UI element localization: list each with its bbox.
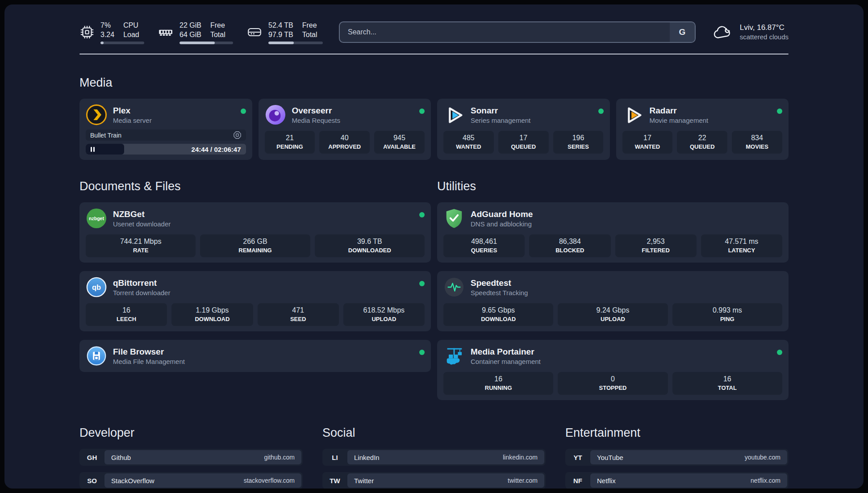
app-title: Sonarr [471, 105, 593, 116]
card-portainer[interactable]: Media Portainer Container management 16 … [437, 340, 789, 400]
link-name: LinkedIn [354, 454, 380, 461]
status-online-dot [419, 350, 425, 355]
card-adguard[interactable]: AdGuard Home DNS and adblocking 498,461 … [437, 202, 789, 263]
status-online-dot [777, 109, 782, 114]
camera-lens-icon[interactable] [233, 131, 242, 139]
link-youtube[interactable]: YT YouTube youtube.com [565, 449, 789, 466]
app-title: Media Portainer [471, 347, 771, 357]
card-sonarr[interactable]: Sonarr Series management 485 WANTED 17 Q… [437, 99, 610, 160]
search-input[interactable] [340, 22, 670, 42]
disk-icon [246, 25, 263, 40]
app-title: NZBGet [113, 209, 413, 219]
section-media: Media Plex Media server [79, 76, 789, 160]
stat-leech: 16 LEECH [86, 303, 167, 326]
link-name: Netflix [597, 477, 616, 485]
link-name: StackOverflow [111, 477, 154, 485]
status-online-dot [419, 281, 425, 286]
link-url: linkedin.com [503, 454, 538, 461]
stat-blocked: 86,384 BLOCKED [529, 234, 610, 257]
app-subtitle: Media server [113, 116, 235, 125]
section-title-entertainment: Entertainment [565, 426, 789, 440]
link-twitter[interactable]: TW Twitter twitter.com [322, 472, 546, 489]
link-abbr: GH [79, 449, 104, 466]
status-online-dot [419, 109, 425, 114]
cpu-values: 7% 3.24 [100, 21, 114, 39]
card-nzbget[interactable]: nzbget NZBGet Usenet downloader 74 [79, 202, 431, 263]
disk-values: 52.4 TB 97.9 TB [268, 21, 293, 39]
section-title-utilities: Utilities [437, 180, 789, 193]
stat-rate: 744.21 Mbps RATE [86, 234, 196, 257]
section-social: Social LI LinkedIn linkedin.com TW Twitt… [322, 426, 546, 489]
link-github[interactable]: GH Github github.com [79, 449, 303, 466]
app-title: qBittorrent [113, 278, 413, 288]
svg-text:nzbget: nzbget [89, 216, 104, 221]
playback-progress-bar[interactable]: 24:44 / 02:06:47 [86, 144, 246, 155]
nzbget-icon: nzbget [86, 208, 107, 229]
stat-running: 16 RUNNING [443, 372, 553, 395]
section-title-media: Media [79, 76, 789, 90]
section-entertainment: Entertainment YT YouTube youtube.com NF … [565, 426, 789, 489]
stat-total: 16 TOTAL [672, 372, 782, 395]
section-title-developer: Developer [79, 426, 303, 440]
card-overseerr[interactable]: Overseerr Media Requests 21 PENDING 40 A… [259, 99, 431, 160]
app-subtitle: DNS and adblocking [471, 220, 782, 228]
link-netflix[interactable]: NF Netflix netflix.com [565, 472, 789, 489]
section-utilities: Utilities [437, 180, 789, 400]
card-filebrowser[interactable]: File Browser Media File Management [79, 340, 431, 372]
now-playing-row: Bullet Train [86, 130, 246, 141]
stat-download: 9.65 Gbps DOWNLOAD [443, 303, 553, 326]
section-developer: Developer GH Github github.com SO StackO… [79, 426, 303, 489]
link-linkedin[interactable]: LI LinkedIn linkedin.com [322, 449, 546, 466]
link-abbr: TW [322, 472, 347, 489]
weather-condition: scattered clouds [740, 33, 789, 42]
stat-wanted: 17 WANTED [622, 131, 673, 154]
playback-elapsed [86, 144, 124, 155]
cloud-icon [712, 23, 733, 42]
stat-pending: 21 PENDING [265, 131, 315, 154]
portainer-icon [443, 345, 465, 367]
link-url: youtube.com [745, 454, 780, 461]
card-speedtest[interactable]: Speedtest Speedtest Tracking 9.65 Gbps D… [437, 271, 789, 331]
system-stats: 7% 3.24 CPU Load [79, 21, 323, 44]
overseerr-icon [265, 104, 286, 125]
link-stackoverflow[interactable]: SO StackOverflow stackoverflow.com [79, 472, 303, 489]
app-title: Plex [113, 105, 235, 116]
card-qbittorrent[interactable]: qb qBittorrent Torrent downloader [79, 271, 431, 331]
svg-text:qb: qb [92, 283, 101, 291]
status-online-dot [598, 109, 604, 114]
app-subtitle: Torrent downloader [113, 288, 413, 297]
stat-queued: 22 QUEUED [677, 131, 727, 154]
stat-filtered: 2,953 FILTERED [615, 234, 697, 257]
app-title: Speedtest [471, 278, 782, 288]
section-title-documents: Documents & Files [79, 180, 431, 193]
weather-widget: Lviv, 16.87°C scattered clouds [712, 23, 789, 42]
cpu-progress-bar [100, 42, 144, 44]
link-url: github.com [264, 454, 295, 461]
header-bar: 7% 3.24 CPU Load [79, 20, 789, 45]
link-name: Twitter [354, 477, 374, 485]
cpu-icon [79, 25, 95, 40]
status-online-dot [419, 212, 425, 217]
disk-labels: Free Total [302, 21, 317, 39]
stat-queued: 17 QUEUED [498, 131, 549, 154]
adguard-icon [443, 208, 465, 229]
pause-icon[interactable] [91, 147, 95, 152]
card-plex[interactable]: Plex Media server Bullet Train [79, 99, 252, 160]
link-abbr: NF [565, 472, 590, 489]
dashboard: 7% 3.24 CPU Load [4, 4, 864, 489]
link-url: twitter.com [508, 477, 538, 484]
link-name: Github [111, 454, 131, 461]
app-subtitle: Series management [471, 116, 593, 125]
card-radarr[interactable]: Radarr Movie management 17 WANTED 22 QUE… [616, 99, 789, 160]
disk-stat: 52.4 TB 97.9 TB Free Total [246, 21, 323, 44]
search-engine-button[interactable]: G [670, 22, 695, 42]
stat-download: 1.19 Gbps DOWNLOAD [171, 303, 253, 326]
app-subtitle: Media Requests [292, 116, 414, 125]
stat-queries: 498,461 QUERIES [443, 234, 525, 257]
link-url: netflix.com [751, 477, 780, 484]
app-title: Radarr [650, 105, 772, 116]
playback-time: 24:44 / 02:06:47 [192, 146, 246, 153]
stat-upload: 9.24 Gbps UPLOAD [558, 303, 668, 326]
search-bar: G [339, 21, 696, 43]
app-subtitle: Usenet downloader [113, 220, 413, 228]
